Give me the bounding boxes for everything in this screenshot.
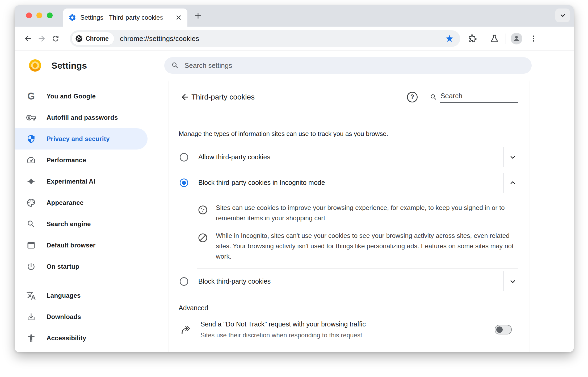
address-bar[interactable]: Chrome chrome://settings/cookies [70,30,460,47]
sidebar-item-on-startup[interactable]: On startup [15,256,148,277]
minimize-window-button[interactable] [36,13,42,18]
download-icon [26,312,36,322]
row-divider [503,173,504,193]
tab-title: Settings - Third-party cookies [80,14,174,21]
translate-icon [26,291,36,300]
radio-button[interactable] [180,179,188,187]
page-title: Third-party cookies [191,93,255,101]
speedometer-icon [26,155,36,165]
do-not-track-row: Send a "Do Not Track" request with your … [179,320,518,339]
sparkle-icon [26,177,36,186]
dnt-subtitle: Sites use their discretion when respondi… [200,332,366,339]
option-expanded-details: Sites can use cookies to improve your br… [179,202,518,268]
browser-window-icon [26,241,36,250]
settings-search-input[interactable] [184,61,525,70]
tab-overview-button[interactable] [555,9,570,22]
new-tab-button[interactable] [192,10,204,22]
row-divider [503,271,504,291]
key-icon [26,113,36,122]
sidebar-item-performance[interactable]: Performance [15,150,148,171]
active-tab[interactable]: Settings - Third-party cookies [63,9,187,27]
settings-gear-favicon [68,14,76,22]
search-icon [430,93,437,101]
tab-close-icon[interactable] [174,13,183,22]
back-button[interactable] [21,32,35,45]
sidebar-item-experimental-ai[interactable]: Experimental AI [15,171,148,192]
radio-button[interactable] [180,277,188,286]
radio-button[interactable] [180,153,188,161]
toolbar-divider [483,34,483,44]
sidebar-item-accessibility[interactable]: Accessibility [15,328,148,349]
advanced-section-label: Advanced [179,304,518,312]
bookmark-star-icon[interactable] [444,33,455,44]
third-party-cookies-page: Third-party cookies ? Manage the types o… [169,80,529,352]
forward-button[interactable] [35,32,49,45]
cookie-option-row[interactable]: Block third-party cookies [179,269,518,294]
settings-body: G You and Google Autofill and passwords … [15,80,574,352]
profile-avatar[interactable] [511,33,522,44]
extensions-puzzle-icon[interactable] [465,32,478,45]
shield-icon [26,134,36,144]
browser-menu-kebab-icon[interactable] [527,32,540,45]
cookie-icon [197,204,209,216]
cookie-option-row[interactable]: Block third-party cookies in Incognito m… [179,170,518,195]
sidebar-item-default-browser[interactable]: Default browser [15,235,148,256]
search-icon [171,61,179,69]
cookie-option-row[interactable]: Allow third-party cookies [179,144,518,170]
detail-item: Sites can use cookies to improve your br… [179,202,518,223]
browser-toolbar: Chrome chrome://settings/cookies [15,27,574,51]
fullscreen-window-button[interactable] [47,13,53,18]
chrome-chip-label: Chrome [86,35,109,42]
accessibility-icon [26,333,36,343]
blocked-icon [197,232,209,244]
dnt-title: Send a "Do Not Track" request with your … [200,320,366,328]
row-divider [503,147,504,167]
labs-flask-icon[interactable] [488,32,501,45]
chevron-down-icon[interactable] [506,275,520,288]
page-search-input[interactable] [440,91,518,103]
reload-button[interactable] [49,32,62,45]
desktop-background: Settings - Third-party cookies [0,0,588,377]
search-icon [26,219,36,229]
dnt-toggle[interactable] [495,325,512,334]
sidebar-item-autofill[interactable]: Autofill and passwords [15,107,148,128]
sidebar-item-languages[interactable]: Languages [15,285,148,306]
chrome-settings-logo [29,59,41,72]
do-not-track-icon [180,324,191,335]
sidebar-divider [16,281,150,281]
browser-window: Settings - Third-party cookies [15,5,574,352]
tab-strip: Settings - Third-party cookies [15,5,574,27]
page-header: Third-party cookies ? [179,80,518,114]
url-text[interactable]: chrome://settings/cookies [120,35,199,43]
page-search-field[interactable] [430,91,518,103]
back-arrow-icon[interactable] [179,91,191,103]
macos-traffic-lights [26,13,53,18]
page-intro-text: Manage the types of information sites ca… [179,130,518,138]
sidebar-item-privacy-and-security[interactable]: Privacy and security [15,128,148,150]
chrome-url-chip[interactable]: Chrome [72,32,114,45]
settings-sidebar: G You and Google Autofill and passwords … [15,80,169,352]
settings-title: Settings [51,60,87,71]
sidebar-item-appearance[interactable]: Appearance [15,192,148,213]
palette-icon [26,198,36,208]
close-window-button[interactable] [26,13,32,18]
sidebar-item-you-and-google[interactable]: G You and Google [15,86,148,107]
toggle-knob [496,326,503,333]
power-icon [26,262,36,271]
settings-search-bar[interactable] [164,57,532,74]
cookie-options-list: Allow third-party cookies Block third-pa… [179,144,518,294]
settings-header: Settings [15,51,574,80]
toolbar-divider [506,34,506,44]
google-g-icon: G [26,92,36,101]
sidebar-item-downloads[interactable]: Downloads [15,306,148,328]
sidebar-item-search-engine[interactable]: Search engine [15,213,148,235]
chevron-up-icon[interactable] [506,176,520,190]
toolbar-actions [465,32,540,45]
help-icon[interactable]: ? [407,92,418,102]
chrome-logo-icon [75,35,83,43]
detail-item: While in Incognito, sites can't use your… [179,230,518,262]
chevron-down-icon[interactable] [506,150,520,164]
